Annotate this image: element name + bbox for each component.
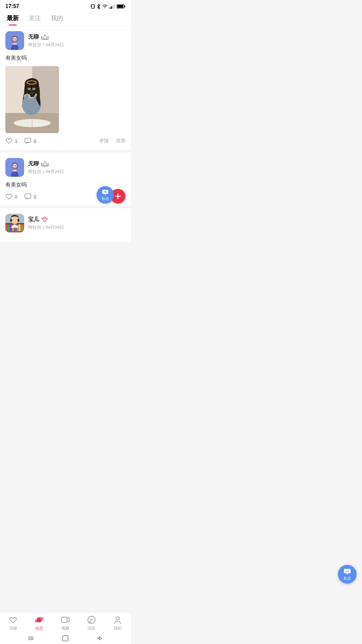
svg-point-17 xyxy=(41,36,42,37)
crown-badge-icon xyxy=(41,34,49,40)
tab-header: 最新 关注 我的 xyxy=(0,11,131,26)
post-header-3: 宝儿 阿拉尔｜04月09日 xyxy=(5,214,125,232)
svg-point-43 xyxy=(48,163,49,164)
svg-point-37 xyxy=(13,165,14,166)
like-button-2[interactable]: 0 xyxy=(5,193,17,200)
user-name: 无聊 xyxy=(28,34,39,41)
svg-rect-6 xyxy=(114,4,115,9)
svg-point-31 xyxy=(33,88,35,90)
svg-point-45 xyxy=(104,192,105,193)
svg-rect-8 xyxy=(124,5,125,7)
svg-marker-39 xyxy=(42,161,48,166)
user-meta-3: 阿拉尔｜04月09日 xyxy=(28,224,64,230)
svg-point-42 xyxy=(41,163,42,164)
crown-badge-icon-2 xyxy=(41,161,49,167)
svg-rect-9 xyxy=(117,5,123,8)
divider: ｜ xyxy=(110,138,115,144)
post-image-placeholder xyxy=(5,66,59,133)
svg-point-29 xyxy=(28,88,30,90)
user-info-3: 宝儿 阿拉尔｜04月09日 xyxy=(28,216,64,230)
status-icons xyxy=(90,4,125,9)
svg-rect-5 xyxy=(112,5,113,9)
svg-point-41 xyxy=(45,161,46,162)
svg-rect-2 xyxy=(95,5,95,7)
user-name-3: 宝儿 xyxy=(28,216,39,223)
avatar-photo xyxy=(5,214,24,232)
svg-rect-4 xyxy=(111,6,112,9)
report-btn[interactable]: 举报 xyxy=(99,138,109,144)
svg-marker-63 xyxy=(42,217,48,222)
bluetooth-icon xyxy=(97,4,101,9)
girl-image-svg xyxy=(5,66,59,133)
avatar-3 xyxy=(5,214,24,232)
svg-point-12 xyxy=(13,39,14,39)
avatar-photo-svg xyxy=(5,214,24,232)
private-message-button[interactable]: 私信 xyxy=(97,186,114,204)
svg-rect-40 xyxy=(42,165,48,166)
comment-icon xyxy=(24,137,32,145)
svg-point-18 xyxy=(48,36,49,37)
diamond-badge-icon xyxy=(41,216,48,223)
tab-latest[interactable]: 最新 xyxy=(7,14,19,25)
svg-marker-14 xyxy=(42,35,48,39)
post-card: 无聊 阿拉尔｜04月24日 有美女吗 xyxy=(0,26,131,150)
like-icon xyxy=(5,137,13,145)
user-info-2: 无聊 阿拉尔｜04月24日 xyxy=(28,160,64,175)
comment-icon-2 xyxy=(24,193,32,200)
svg-rect-0 xyxy=(92,4,94,8)
signal-icon xyxy=(109,4,115,9)
user-meta-2: 阿拉尔｜04月24日 xyxy=(28,169,64,175)
svg-rect-1 xyxy=(91,5,92,7)
svg-rect-54 xyxy=(8,225,9,231)
post-image xyxy=(5,66,59,133)
post-actions: 1 0 举报 ｜ 拉黑 xyxy=(5,137,125,145)
svg-rect-60 xyxy=(21,225,23,231)
svg-point-46 xyxy=(105,192,106,193)
svg-rect-53 xyxy=(6,224,8,231)
svg-rect-55 xyxy=(10,225,12,231)
like-button[interactable]: 1 xyxy=(5,137,17,145)
user-info: 无聊 阿拉尔｜04月24日 xyxy=(28,34,64,48)
user-name-row: 无聊 xyxy=(28,34,64,41)
post-text: 有美女吗 xyxy=(5,54,125,62)
comment-button[interactable]: 0 xyxy=(24,137,36,145)
post-header-2: 无聊 阿拉尔｜04月24日 xyxy=(5,158,125,177)
svg-point-16 xyxy=(45,34,46,35)
vibrate-icon xyxy=(90,4,95,9)
wifi-icon xyxy=(102,4,108,9)
svg-rect-15 xyxy=(42,39,48,40)
svg-rect-44 xyxy=(25,194,31,198)
avatar-2 xyxy=(5,158,24,177)
user-name-row-3: 宝儿 xyxy=(28,216,64,223)
avatar-person-svg-2 xyxy=(8,162,22,177)
svg-point-47 xyxy=(106,192,107,193)
user-name-2: 无聊 xyxy=(28,160,39,167)
tab-mine[interactable]: 我的 xyxy=(51,14,63,25)
comment-button-2[interactable]: 0 xyxy=(24,193,36,200)
svg-rect-3 xyxy=(110,7,111,9)
status-bar: 17:57 xyxy=(0,0,131,11)
avatar-person-svg xyxy=(8,35,22,50)
avatar xyxy=(5,31,24,50)
svg-rect-34 xyxy=(25,138,31,143)
user-name-row-2: 无聊 xyxy=(28,160,64,167)
post-card-3: 宝儿 阿拉尔｜04月09日 xyxy=(0,208,131,242)
like-icon-2 xyxy=(5,193,13,200)
plus-icon xyxy=(114,193,122,200)
battery-icon xyxy=(117,4,125,9)
tab-follow[interactable]: 关注 xyxy=(29,14,41,25)
post-header: 无聊 阿拉尔｜04月24日 xyxy=(5,31,125,50)
svg-point-38 xyxy=(15,165,16,166)
user-meta: 阿拉尔｜04月24日 xyxy=(28,42,64,48)
block-btn[interactable]: 拉黑 xyxy=(116,138,125,144)
post-card-2: 无聊 阿拉尔｜04月24日 有美女吗 0 xyxy=(0,153,131,206)
status-time: 17:57 xyxy=(5,3,19,9)
feed: 无聊 阿拉尔｜04月24日 有美女吗 xyxy=(0,26,131,278)
report-actions: 举报 ｜ 拉黑 xyxy=(99,138,125,144)
svg-point-13 xyxy=(15,39,16,39)
float-group: 私信 xyxy=(97,186,125,204)
message-bubble-icon xyxy=(102,189,109,196)
private-msg-label: 私信 xyxy=(102,196,109,201)
